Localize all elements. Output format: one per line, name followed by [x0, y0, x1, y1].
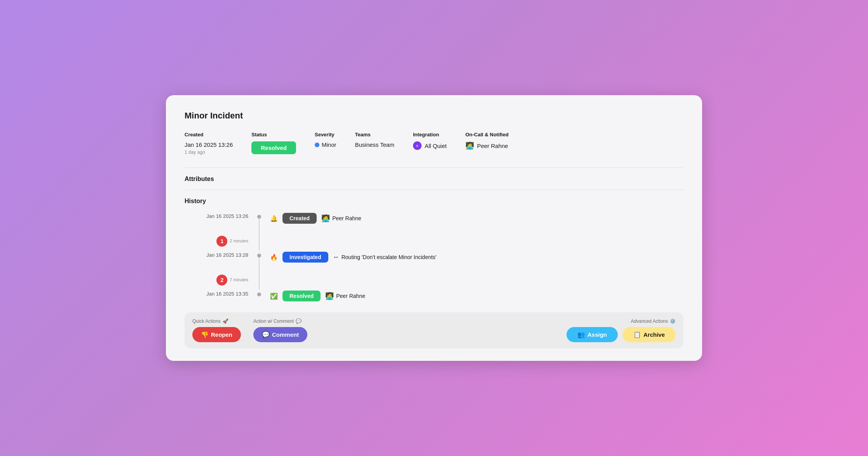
- history-content-2: 🔥 Investigated ↔ Routing 'Don't escalate…: [264, 251, 683, 263]
- created-col: Created Jan 16 2025 13:26 1 day ago: [185, 132, 233, 155]
- history-row-2: Jan 16 2025 13:28 🔥 Investigated ↔ Routi…: [185, 251, 683, 269]
- archive-icon: 📋: [633, 331, 641, 338]
- assign-button[interactable]: 👥 Assign: [566, 327, 618, 342]
- advanced-label: Advanced Actions ⚙️: [631, 319, 676, 324]
- oncall-avatar-icon: 🧑‍💻: [465, 141, 474, 150]
- integration-label: Integration: [413, 132, 447, 137]
- teams-col: Teams Business Team: [355, 132, 394, 148]
- bottom-bar: Quick Actions 🚀 👎 Reopen Action w/ Comme…: [185, 312, 683, 348]
- quick-actions-label: Quick Actions 🚀: [192, 319, 241, 324]
- advanced-group: Advanced Actions ⚙️ 👥 Assign 📋 Archive: [566, 319, 676, 342]
- divider-2: [185, 190, 683, 190]
- history-title: History: [185, 198, 683, 205]
- history-list: Jan 16 2025 13:26 🔔 Created 🧑‍💻 Peer Rah…: [185, 212, 683, 301]
- severity-col: Severity Minor: [315, 132, 336, 148]
- speech-icon: 💬: [262, 331, 270, 338]
- status-col: Status Resolved: [251, 132, 296, 154]
- history-icon-1: 🔔: [270, 215, 278, 222]
- history-content-3: ✅ Resolved 🧑‍💻 Peer Rahne: [264, 289, 683, 301]
- timeline-line-1: [259, 219, 260, 230]
- oncall-label: On-Call & Notified: [465, 132, 509, 137]
- history-date-1: Jan 16 2025 13:26: [206, 213, 248, 219]
- attributes-title: Attributes: [185, 176, 683, 183]
- created-label: Created: [185, 132, 233, 137]
- oncall-value: Peer Rahne: [477, 143, 508, 149]
- incident-card: Minor Incident Created Jan 16 2025 13:26…: [166, 95, 702, 361]
- timeline-line-2: [259, 258, 260, 269]
- between-2-3: 2 7 minutes: [185, 269, 683, 289]
- history-agent-2: ↔ Routing 'Don't escalate Minor Incident…: [333, 254, 437, 261]
- between-1-2: 1 2 minutes: [185, 230, 683, 251]
- assign-icon: 👥: [577, 331, 585, 338]
- agent-avatar-3: 🧑‍💻: [325, 292, 334, 300]
- created-date: Jan 16 2025 13:26: [185, 141, 233, 148]
- history-badge-3: Resolved: [282, 291, 321, 301]
- thumbsdown-icon: 👎: [201, 331, 209, 338]
- integration-col: Integration ≡ All Quiet: [413, 132, 447, 150]
- allquiet-icon: ≡: [413, 141, 422, 150]
- reopen-button[interactable]: 👎 Reopen: [192, 327, 241, 342]
- gear-icon: ⚙️: [670, 319, 676, 324]
- meta-row: Created Jan 16 2025 13:26 1 day ago Stat…: [185, 132, 683, 155]
- advanced-buttons: 👥 Assign 📋 Archive: [566, 327, 676, 342]
- teams-value: Business Team: [355, 141, 394, 148]
- created-ago: 1 day ago: [185, 150, 233, 155]
- history-date-2: Jan 16 2025 13:28: [206, 252, 248, 258]
- history-section: History Jan 16 2025 13:26 🔔 Created 🧑‍💻: [185, 198, 683, 301]
- page-title: Minor Incident: [185, 111, 683, 121]
- comment-label-icon: 💬: [296, 319, 302, 324]
- history-agent-1: 🧑‍💻 Peer Rahne: [321, 214, 361, 223]
- comment-button[interactable]: 💬 Comment: [253, 327, 307, 342]
- step-bubble-1: 1: [216, 236, 227, 247]
- step-time-1: 2 minutes: [230, 238, 248, 243]
- oncall-col: On-Call & Notified 🧑‍💻 Peer Rahne: [465, 132, 509, 150]
- severity-dot-icon: [315, 143, 319, 147]
- history-row-3: Jan 16 2025 13:35 ✅ Resolved 🧑‍💻 Peer Ra…: [185, 289, 683, 301]
- history-date-3: Jan 16 2025 13:35: [206, 291, 248, 297]
- timeline-dot-2: [257, 254, 261, 258]
- history-icon-3: ✅: [270, 292, 278, 300]
- history-badge-1: Created: [282, 213, 317, 224]
- timeline-dot-1: [257, 215, 261, 219]
- history-agent-3: 🧑‍💻 Peer Rahne: [325, 292, 365, 300]
- history-content-1: 🔔 Created 🧑‍💻 Peer Rahne: [264, 212, 683, 224]
- rocket-icon: 🚀: [223, 319, 228, 324]
- teams-label: Teams: [355, 132, 394, 137]
- routing-icon: ↔: [333, 254, 339, 261]
- action-comment-label: Action w/ Comment 💬: [253, 319, 307, 324]
- integration-value: All Quiet: [425, 143, 447, 149]
- agent-avatar-1: 🧑‍💻: [321, 214, 330, 223]
- action-comment-group: Action w/ Comment 💬 💬 Comment: [253, 319, 307, 342]
- timeline-line-between-1: [259, 230, 260, 251]
- status-label: Status: [251, 132, 296, 137]
- history-row-1: Jan 16 2025 13:26 🔔 Created 🧑‍💻 Peer Rah…: [185, 212, 683, 230]
- history-icon-2: 🔥: [270, 254, 278, 261]
- severity-value: Minor: [322, 141, 336, 148]
- archive-button[interactable]: 📋 Archive: [622, 327, 676, 342]
- status-badge: Resolved: [251, 141, 296, 154]
- history-badge-2: Investigated: [282, 252, 328, 263]
- severity-label: Severity: [315, 132, 336, 137]
- timeline-dot-3: [257, 292, 261, 296]
- step-time-2: 7 minutes: [230, 277, 248, 282]
- quick-actions-group: Quick Actions 🚀 👎 Reopen: [192, 319, 241, 342]
- timeline-line-between-2: [259, 269, 260, 289]
- step-bubble-2: 2: [216, 275, 227, 285]
- divider-1: [185, 167, 683, 168]
